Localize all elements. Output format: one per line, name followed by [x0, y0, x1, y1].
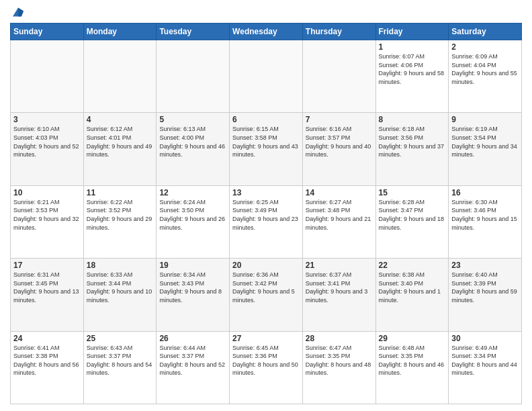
day-info: Sunrise: 6:45 AM Sunset: 3:36 PM Dayligh… [232, 344, 300, 377]
day-info: Sunrise: 6:24 AM Sunset: 3:50 PM Dayligh… [159, 198, 226, 232]
calendar-cell: 18Sunrise: 6:33 AM Sunset: 3:44 PM Dayli… [83, 259, 157, 331]
day-number: 27 [232, 334, 300, 343]
calendar-cell: 30Sunrise: 6:49 AM Sunset: 3:34 PM Dayli… [449, 331, 522, 404]
day-number: 28 [306, 334, 373, 343]
calendar-cell: 21Sunrise: 6:37 AM Sunset: 3:41 PM Dayli… [302, 259, 375, 331]
week-row-2: 3Sunrise: 6:10 AM Sunset: 4:03 PM Daylig… [11, 113, 522, 185]
calendar-cell: 4Sunrise: 6:12 AM Sunset: 4:01 PM Daylig… [83, 113, 157, 185]
day-number: 1 [379, 42, 446, 52]
calendar-cell: 17Sunrise: 6:31 AM Sunset: 3:45 PM Dayli… [11, 259, 84, 331]
day-number: 2 [451, 42, 519, 52]
calendar-cell: 11Sunrise: 6:22 AM Sunset: 3:52 PM Dayli… [83, 185, 157, 258]
day-number: 24 [13, 334, 81, 343]
calendar-cell: 25Sunrise: 6:43 AM Sunset: 3:37 PM Dayli… [83, 331, 157, 404]
day-info: Sunrise: 6:49 AM Sunset: 3:34 PM Dayligh… [451, 344, 519, 377]
day-info: Sunrise: 6:25 AM Sunset: 3:49 PM Dayligh… [232, 198, 300, 232]
calendar-cell: 8Sunrise: 6:18 AM Sunset: 3:56 PM Daylig… [375, 113, 449, 185]
day-number: 14 [306, 188, 373, 197]
calendar-cell: 6Sunrise: 6:15 AM Sunset: 3:58 PM Daylig… [230, 113, 303, 185]
day-info: Sunrise: 6:15 AM Sunset: 3:58 PM Dayligh… [232, 125, 300, 158]
day-info: Sunrise: 6:28 AM Sunset: 3:47 PM Dayligh… [379, 198, 446, 232]
day-number: 12 [159, 188, 226, 197]
calendar-cell: 13Sunrise: 6:25 AM Sunset: 3:49 PM Dayli… [230, 185, 303, 258]
day-number: 29 [379, 334, 446, 343]
day-number: 22 [379, 261, 446, 270]
day-info: Sunrise: 6:09 AM Sunset: 4:04 PM Dayligh… [451, 52, 519, 86]
weekday-header-row: SundayMondayTuesdayWednesdayThursdayFrid… [11, 24, 522, 40]
day-info: Sunrise: 6:33 AM Sunset: 3:44 PM Dayligh… [87, 271, 154, 304]
calendar-cell: 23Sunrise: 6:40 AM Sunset: 3:39 PM Dayli… [449, 259, 522, 331]
calendar-cell: 26Sunrise: 6:44 AM Sunset: 3:37 PM Dayli… [157, 331, 230, 404]
day-info: Sunrise: 6:43 AM Sunset: 3:37 PM Dayligh… [87, 344, 154, 377]
day-number: 8 [379, 115, 446, 124]
calendar-cell: 16Sunrise: 6:30 AM Sunset: 3:46 PM Dayli… [449, 185, 522, 258]
day-info: Sunrise: 6:27 AM Sunset: 3:48 PM Dayligh… [306, 198, 373, 232]
page: SundayMondayTuesdayWednesdayThursdayFrid… [0, 0, 532, 411]
calendar-cell: 1Sunrise: 6:07 AM Sunset: 4:06 PM Daylig… [375, 40, 449, 113]
week-row-5: 24Sunrise: 6:41 AM Sunset: 3:38 PM Dayli… [11, 331, 522, 404]
calendar-cell: 10Sunrise: 6:21 AM Sunset: 3:53 PM Dayli… [11, 185, 84, 258]
logo-icon [11, 7, 25, 17]
day-number: 9 [451, 115, 519, 124]
weekday-header-tuesday: Tuesday [157, 24, 230, 40]
header [10, 7, 522, 17]
week-row-3: 10Sunrise: 6:21 AM Sunset: 3:53 PM Dayli… [11, 185, 522, 258]
day-info: Sunrise: 6:21 AM Sunset: 3:53 PM Dayligh… [13, 198, 81, 232]
weekday-header-saturday: Saturday [449, 24, 522, 40]
calendar-cell: 27Sunrise: 6:45 AM Sunset: 3:36 PM Dayli… [230, 331, 303, 404]
calendar-cell: 14Sunrise: 6:27 AM Sunset: 3:48 PM Dayli… [302, 185, 375, 258]
week-row-4: 17Sunrise: 6:31 AM Sunset: 3:45 PM Dayli… [11, 259, 522, 331]
day-number: 17 [13, 261, 81, 270]
weekday-header-thursday: Thursday [302, 24, 375, 40]
day-info: Sunrise: 6:38 AM Sunset: 3:40 PM Dayligh… [379, 271, 446, 304]
weekday-header-friday: Friday [375, 24, 449, 40]
calendar-cell [11, 40, 84, 113]
weekday-header-monday: Monday [83, 24, 157, 40]
weekday-header-sunday: Sunday [11, 24, 84, 40]
day-info: Sunrise: 6:30 AM Sunset: 3:46 PM Dayligh… [451, 198, 519, 232]
weekday-header-wednesday: Wednesday [230, 24, 303, 40]
calendar-cell: 22Sunrise: 6:38 AM Sunset: 3:40 PM Dayli… [375, 259, 449, 331]
day-info: Sunrise: 6:07 AM Sunset: 4:06 PM Dayligh… [379, 52, 446, 86]
day-info: Sunrise: 6:18 AM Sunset: 3:56 PM Dayligh… [379, 125, 446, 158]
calendar-table: SundayMondayTuesdayWednesdayThursdayFrid… [10, 23, 522, 404]
day-info: Sunrise: 6:36 AM Sunset: 3:42 PM Dayligh… [232, 271, 300, 304]
day-info: Sunrise: 6:13 AM Sunset: 4:00 PM Dayligh… [159, 125, 226, 158]
day-info: Sunrise: 6:31 AM Sunset: 3:45 PM Dayligh… [13, 271, 81, 304]
day-number: 5 [159, 115, 226, 124]
day-number: 19 [159, 261, 226, 270]
day-number: 11 [87, 188, 154, 197]
day-info: Sunrise: 6:12 AM Sunset: 4:01 PM Dayligh… [87, 125, 154, 158]
day-number: 26 [159, 334, 226, 343]
day-number: 18 [87, 261, 154, 270]
day-number: 3 [13, 115, 81, 124]
day-number: 7 [306, 115, 373, 124]
calendar-cell [302, 40, 375, 113]
calendar-cell: 12Sunrise: 6:24 AM Sunset: 3:50 PM Dayli… [157, 185, 230, 258]
day-number: 10 [13, 188, 81, 197]
day-info: Sunrise: 6:44 AM Sunset: 3:37 PM Dayligh… [159, 344, 226, 377]
day-number: 21 [306, 261, 373, 270]
day-info: Sunrise: 6:47 AM Sunset: 3:35 PM Dayligh… [306, 344, 373, 377]
day-number: 25 [87, 334, 154, 343]
calendar-cell: 24Sunrise: 6:41 AM Sunset: 3:38 PM Dayli… [11, 331, 84, 404]
calendar-cell: 2Sunrise: 6:09 AM Sunset: 4:04 PM Daylig… [449, 40, 522, 113]
calendar-cell: 29Sunrise: 6:48 AM Sunset: 3:35 PM Dayli… [375, 331, 449, 404]
day-info: Sunrise: 6:19 AM Sunset: 3:54 PM Dayligh… [451, 125, 519, 158]
calendar-cell: 5Sunrise: 6:13 AM Sunset: 4:00 PM Daylig… [157, 113, 230, 185]
day-number: 30 [451, 334, 519, 343]
calendar-cell: 28Sunrise: 6:47 AM Sunset: 3:35 PM Dayli… [302, 331, 375, 404]
day-info: Sunrise: 6:22 AM Sunset: 3:52 PM Dayligh… [87, 198, 154, 232]
day-number: 15 [379, 188, 446, 197]
calendar-cell: 19Sunrise: 6:34 AM Sunset: 3:43 PM Dayli… [157, 259, 230, 331]
day-info: Sunrise: 6:41 AM Sunset: 3:38 PM Dayligh… [13, 344, 81, 377]
day-info: Sunrise: 6:10 AM Sunset: 4:03 PM Dayligh… [13, 125, 81, 158]
calendar-cell [83, 40, 157, 113]
day-number: 20 [232, 261, 300, 270]
calendar-cell: 7Sunrise: 6:16 AM Sunset: 3:57 PM Daylig… [302, 113, 375, 185]
calendar-cell: 15Sunrise: 6:28 AM Sunset: 3:47 PM Dayli… [375, 185, 449, 258]
day-number: 6 [232, 115, 300, 124]
calendar-cell: 3Sunrise: 6:10 AM Sunset: 4:03 PM Daylig… [11, 113, 84, 185]
day-info: Sunrise: 6:16 AM Sunset: 3:57 PM Dayligh… [306, 125, 373, 158]
calendar-cell: 9Sunrise: 6:19 AM Sunset: 3:54 PM Daylig… [449, 113, 522, 185]
